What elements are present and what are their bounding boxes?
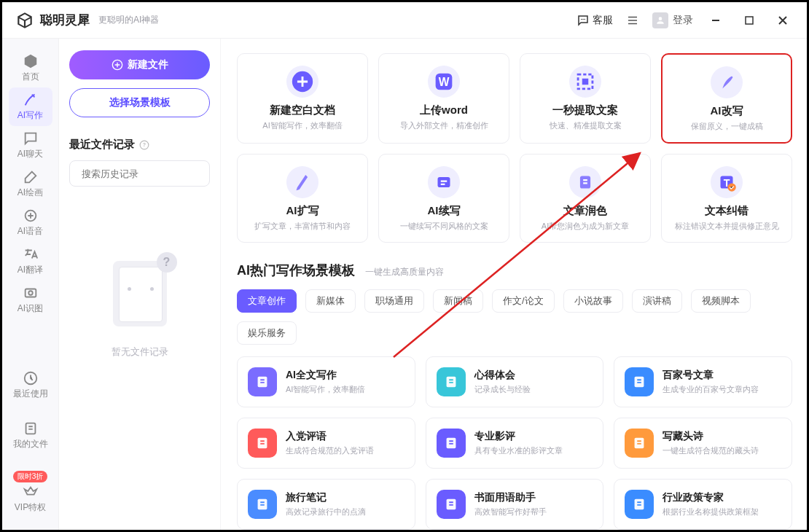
help-icon[interactable]: ? [139, 140, 149, 150]
template-icon [625, 490, 654, 519]
expand-icon [286, 166, 318, 198]
continue-icon [428, 166, 460, 198]
word-icon: W [428, 66, 460, 98]
window-minimize-button[interactable] [705, 10, 727, 31]
extract-icon [569, 66, 601, 98]
template-card-8[interactable]: 行业政策专家根据行业名称提供政策框架 [614, 479, 792, 530]
svg-text:W: W [439, 76, 450, 88]
nav-item-home[interactable]: 首页 [9, 49, 52, 87]
app-tagline: 更聪明的AI神器 [98, 14, 159, 26]
rewrite-icon [711, 66, 743, 98]
template-card-4[interactable]: 专业影评具有专业水准的影评文章 [426, 418, 604, 469]
tab-4[interactable]: 作文/论文 [492, 289, 555, 313]
action-card-5[interactable]: AI续写一键续写不同风格的文案 [378, 154, 509, 243]
svg-text:?: ? [143, 142, 146, 147]
tab-2[interactable]: 职场通用 [364, 289, 424, 313]
trans-icon [23, 246, 39, 262]
title-bar: 聪明灵犀 更聪明的AI神器 客服 登录 [2, 2, 807, 39]
clipboard-icon: ? [106, 252, 174, 332]
svg-point-0 [581, 18, 582, 20]
svg-rect-5 [25, 289, 36, 297]
hot-templates-heading: AI热门写作场景模板 一键生成高质量内容 [237, 262, 792, 279]
svg-rect-23 [580, 176, 590, 189]
svg-point-2 [585, 18, 586, 20]
polish-icon [569, 166, 601, 198]
nav-item-voice[interactable]: AI语音 [9, 203, 52, 242]
nav-item-paint[interactable]: AI绘画 [9, 165, 52, 203]
template-card-0[interactable]: AI全文写作AI智能写作，效率翻倍 [237, 356, 415, 407]
correct-icon: T [711, 166, 743, 198]
template-icon [625, 429, 654, 458]
template-card-5[interactable]: 写藏头诗一键生成符合规范的藏头诗 [614, 418, 792, 469]
template-card-2[interactable]: 百家号文章生成专业的百家号文章内容 [614, 356, 792, 407]
content-area: 新建空白文档AI智能写作，效率翻倍W上传word导入外部文件，精准创作一秒提取文… [221, 39, 807, 530]
action-card-2[interactable]: 一秒提取文案快速、精准提取文案 [520, 53, 651, 144]
template-card-3[interactable]: 入党评语生成符合规范的入党评语 [237, 418, 415, 469]
template-icon [437, 490, 466, 519]
template-card-1[interactable]: 心得体会记录成长与经验 [426, 356, 604, 407]
template-icon [625, 367, 654, 396]
window-maximize-button[interactable] [738, 10, 760, 31]
action-card-4[interactable]: AI扩写扩写文章，丰富情节和内容 [237, 154, 368, 243]
tab-7[interactable]: 视频脚本 [691, 289, 751, 313]
tab-6[interactable]: 演讲稿 [632, 289, 682, 313]
action-card-3[interactable]: AI改写保留原义，一键成稿 [661, 53, 792, 144]
action-card-0[interactable]: 新建空白文档AI智能写作，效率翻倍 [237, 53, 368, 144]
left-navigation: 首页AI写作AI聊天AI绘画AI语音AI翻译AI识图 最近使用我的文件限时3折V… [2, 39, 59, 530]
template-icon [248, 429, 277, 458]
tab-8[interactable]: 娱乐服务 [237, 321, 297, 345]
paint-icon [23, 169, 39, 185]
template-card-6[interactable]: 旅行笔记高效记录旅行中的点滴 [237, 479, 415, 530]
recent-icon [23, 370, 39, 386]
nav-item-chat[interactable]: AI聊天 [9, 126, 52, 165]
template-card-7[interactable]: 书面用语助手高效智能写作好帮手 [426, 479, 604, 530]
nav-item-img[interactable]: AI识图 [9, 281, 52, 319]
template-icon [437, 429, 466, 458]
vip-icon [23, 484, 39, 500]
customer-service-button[interactable]: 客服 [577, 14, 613, 27]
svg-point-6 [28, 291, 33, 295]
action-card-7[interactable]: T文本纠错标注错误文本并提供修正意见 [661, 154, 792, 243]
empty-state: ? 暂无文件记录 [69, 252, 210, 359]
template-icon [248, 367, 277, 396]
nav-item-trans[interactable]: AI翻译 [9, 242, 52, 281]
home-icon [23, 53, 39, 69]
login-button[interactable]: 登录 [652, 12, 693, 28]
app-logo-icon [15, 11, 34, 30]
write-icon [23, 92, 39, 108]
img-icon [23, 285, 39, 301]
svg-point-1 [582, 18, 584, 20]
plus-circle-icon [112, 59, 123, 71]
voice-icon [23, 208, 39, 224]
myfiles-icon [23, 420, 39, 437]
chat-bubble-icon [577, 14, 590, 27]
action-card-6[interactable]: 文章润色AI帮您润色为成为新文章 [520, 154, 651, 243]
avatar-icon [652, 12, 668, 28]
nav-item-recent[interactable]: 最近使用 [9, 366, 52, 404]
nav-item-myfiles[interactable]: 我的文件 [9, 416, 52, 455]
nav-item-vip[interactable]: 限时3折VIP特权 [9, 466, 52, 518]
tab-1[interactable]: 新媒体 [305, 289, 356, 313]
tab-0[interactable]: 文章创作 [237, 289, 297, 313]
recent-files-heading: 最近文件记录 ? [69, 138, 210, 152]
action-card-1[interactable]: W上传word导入外部文件，精准创作 [378, 53, 509, 144]
svg-rect-17 [582, 79, 589, 85]
template-icon [437, 367, 466, 396]
app-name: 聪明灵犀 [40, 12, 90, 28]
choose-template-button[interactable]: 选择场景模板 [69, 88, 210, 117]
template-icon [248, 490, 277, 519]
hamburger-menu-button[interactable] [625, 12, 641, 28]
new-file-button[interactable]: 新建文件 [69, 50, 210, 79]
vip-badge: 限时3折 [13, 471, 48, 482]
svg-rect-21 [438, 177, 450, 187]
chat-icon [23, 130, 39, 146]
window-close-button[interactable] [772, 10, 794, 31]
plus-icon [286, 66, 318, 98]
tab-5[interactable]: 小说故事 [563, 289, 623, 313]
files-column: 新建文件 选择场景模板 最近文件记录 ? ? 暂无文件记录 [59, 39, 221, 530]
search-history-box[interactable] [69, 160, 210, 187]
tab-3[interactable]: 新闻稿 [433, 289, 483, 313]
nav-item-write[interactable]: AI写作 [9, 87, 52, 126]
search-history-input[interactable] [82, 168, 204, 179]
svg-rect-3 [746, 17, 753, 24]
